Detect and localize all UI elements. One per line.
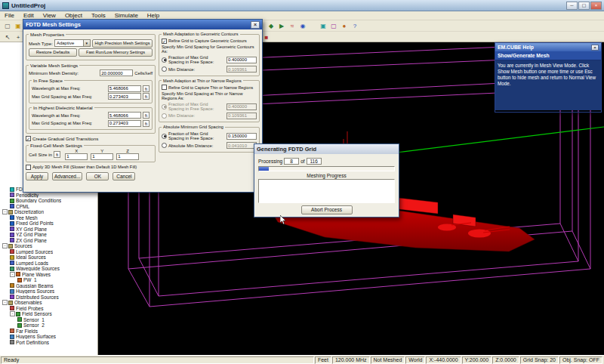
- thin-min-distance-radio[interactable]: [162, 113, 167, 119]
- menu-tools[interactable]: Tools: [87, 12, 110, 19]
- min-mesh-density-input[interactable]: [100, 69, 133, 76]
- maximize-button[interactable]: ▢: [578, 2, 590, 10]
- tree-item-gaussian-beams[interactable]: Gaussian Beams: [0, 283, 97, 289]
- contours-fraction-radio[interactable]: [162, 57, 167, 63]
- refine-thin-regions-checkbox[interactable]: [162, 85, 167, 90]
- collapse-icon[interactable]: -: [10, 272, 15, 277]
- tree-item-waveguide-sources[interactable]: Waveguide Sources: [0, 266, 97, 272]
- tree-item-xy-grid-plane[interactable]: XY Grid Plane: [0, 227, 97, 233]
- contours-min-distance-input[interactable]: [226, 66, 257, 72]
- abort-mesh-icon[interactable]: ■: [261, 32, 272, 42]
- free-space-spacing-input[interactable]: [108, 93, 141, 100]
- mesh-fill-checkbox[interactable]: [26, 165, 31, 170]
- menu-edit[interactable]: Edit: [19, 12, 39, 19]
- close-icon[interactable]: ×: [251, 21, 260, 29]
- settings-icon[interactable]: ◉: [297, 21, 308, 30]
- tree-item-huygens-sources[interactable]: Huygens Sources: [0, 288, 97, 295]
- tree-item-sensor-1[interactable]: Sensor_1: [0, 317, 97, 323]
- tree-item-field-probes[interactable]: Field Probes: [0, 306, 97, 312]
- thin-fraction-input[interactable]: [226, 103, 257, 110]
- progress-dialog-titlebar[interactable]: Generating FDTD Grid: [254, 144, 399, 154]
- menu-simulate[interactable]: Simulate: [110, 12, 143, 19]
- menu-object[interactable]: Object: [60, 12, 87, 19]
- tree-item-sources[interactable]: -Sources: [0, 243, 97, 249]
- select-icon[interactable]: ↖: [2, 32, 13, 42]
- pan-icon[interactable]: +: [13, 32, 23, 42]
- tree-item-label: Plane Waves: [22, 272, 51, 277]
- thin-fraction-radio[interactable]: [162, 104, 167, 110]
- refine-contours-checkbox[interactable]: ✓: [162, 39, 167, 44]
- boundary-icon[interactable]: ▢: [328, 21, 339, 30]
- cell-size-x-input[interactable]: [65, 153, 88, 160]
- help-panel-titlebar[interactable]: EM.CUBE Help ×: [495, 43, 601, 51]
- cancel-button[interactable]: Cancel: [112, 172, 135, 180]
- help-topic-heading[interactable]: Show/Generate Mesh: [495, 51, 601, 60]
- simulation-engine-icon[interactable]: ◆: [266, 21, 276, 30]
- gradual-transitions-checkbox[interactable]: ✓: [26, 136, 31, 141]
- tree-item-yz-grid-plane[interactable]: YZ Grid Plane: [0, 232, 97, 238]
- tree-item-far-fields[interactable]: Far Fields: [0, 329, 97, 335]
- frequency-settings-icon[interactable]: ≈: [287, 21, 297, 30]
- fast-run-settings-button[interactable]: Fast Run/Low Memory Settings: [79, 48, 153, 57]
- absolute-min-distance-radio[interactable]: [162, 143, 167, 148]
- restore-defaults-button[interactable]: Restore Defaults: [29, 48, 77, 57]
- mesh-type-select[interactable]: Adaptive ▾: [54, 39, 91, 47]
- help-icon[interactable]: ?: [350, 21, 360, 30]
- apply-button[interactable]: Apply: [26, 172, 48, 180]
- tree-item-huygens-surfaces[interactable]: Huygens Surfaces: [0, 334, 97, 340]
- contours-min-distance-radio[interactable]: [162, 66, 167, 72]
- tree-item-pw-1[interactable]: PW_1: [0, 277, 97, 283]
- collapse-icon[interactable]: -: [2, 243, 8, 248]
- absolute-fraction-radio[interactable]: [162, 134, 167, 139]
- tree-item-fixed-grid-points[interactable]: Fixed Grid Points: [0, 221, 97, 227]
- menu-file[interactable]: File: [0, 12, 19, 19]
- tree-item-port-definitions[interactable]: Port Definitions: [0, 340, 97, 346]
- tree-item-observables[interactable]: -Observables: [0, 300, 97, 306]
- tree-item-boundary-conditions[interactable]: Boundary Conditions: [0, 198, 97, 204]
- cell-size-z-input[interactable]: [116, 153, 139, 160]
- absolute-fraction-input[interactable]: [226, 133, 257, 140]
- tree-item-field-sensors[interactable]: -Field Sensors: [0, 311, 97, 317]
- close-button[interactable]: ×: [590, 2, 602, 10]
- advanced-button[interactable]: Advanced...: [52, 172, 82, 180]
- materials-icon[interactable]: ●: [339, 21, 350, 30]
- free-space-wavelength-input[interactable]: [108, 85, 141, 92]
- tree-item-ideal-sources[interactable]: Ideal Sources: [0, 254, 97, 261]
- open-folder-icon[interactable]: ▣: [13, 21, 23, 30]
- collapse-icon[interactable]: -: [2, 209, 8, 214]
- tree-item-lumped-sources[interactable]: Lumped Sources: [0, 249, 97, 255]
- collapse-icon[interactable]: -: [10, 311, 15, 316]
- tree-item-distributed-sources[interactable]: Distributed Sources: [0, 295, 97, 301]
- free-space-group: In Free Space Wavelength at Max Freq: ft…: [29, 78, 153, 103]
- dielectric-wavelength-input[interactable]: [108, 112, 141, 119]
- yee-mesh-icon: [10, 215, 14, 220]
- run-simulation-icon[interactable]: ▶: [276, 21, 287, 30]
- section-icon: [8, 210, 13, 214]
- mesh-dialog-titlebar[interactable]: FDTD Mesh Settings ×: [23, 20, 262, 29]
- abort-process-button[interactable]: Abort Process: [301, 205, 353, 214]
- min-mesh-density-unit: Cells/λeff: [134, 71, 153, 76]
- cell-size-y-input[interactable]: [91, 153, 113, 160]
- window-titlebar[interactable]: UntitledProj ─ ▢ ×: [0, 0, 604, 11]
- minimize-button[interactable]: ─: [566, 2, 578, 10]
- domain-box-icon[interactable]: ▣: [318, 21, 328, 30]
- high-precision-settings-button[interactable]: High Precision Mesh Settings: [92, 39, 153, 48]
- tree-item-zx-grid-plane[interactable]: ZX Grid Plane: [0, 238, 97, 244]
- tree-item-sensor-2[interactable]: Sensor_2: [0, 322, 97, 329]
- cell-size-unit: ft: [54, 151, 60, 158]
- collapse-icon[interactable]: -: [2, 300, 8, 305]
- new-file-icon[interactable]: ▢: [2, 21, 13, 30]
- thin-min-distance-input[interactable]: [226, 113, 257, 119]
- close-icon[interactable]: ×: [591, 45, 599, 51]
- tree-item-cpml[interactable]: CPML: [0, 204, 97, 210]
- menu-help[interactable]: Help: [143, 12, 164, 19]
- tree-item-yee-mesh[interactable]: Yee Mesh: [0, 215, 97, 221]
- ok-button[interactable]: OK: [86, 172, 109, 180]
- tree-item-lumped-loads[interactable]: Lumped Loads: [0, 261, 97, 267]
- tree-item-plane-waves[interactable]: -Plane Waves: [0, 272, 97, 278]
- dielectric-spacing-input[interactable]: [108, 120, 141, 127]
- menu-view[interactable]: View: [39, 12, 60, 19]
- tree-item-discretization[interactable]: -Discretization: [0, 209, 97, 215]
- contours-fraction-input[interactable]: [226, 57, 257, 63]
- absolute-min-distance-input[interactable]: [226, 142, 257, 149]
